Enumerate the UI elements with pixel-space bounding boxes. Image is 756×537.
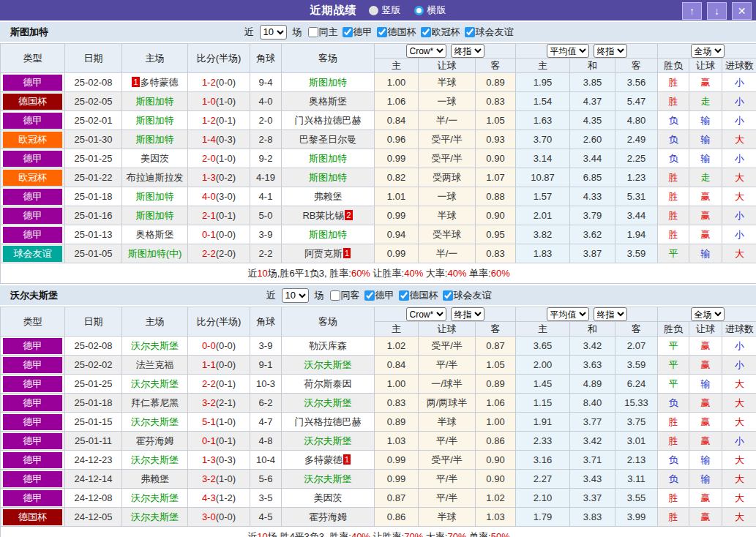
league-badge: 德甲 [3,395,62,411]
bookmaker-stage-select[interactable]: 终指 [451,307,484,321]
match-count-select[interactable]: 10 [260,25,287,40]
league-filter[interactable]: 球会友谊 [463,26,514,39]
odds-away: 0.88 [476,187,516,206]
sub-column-header: 客 [476,322,516,337]
result-handicap: 输 [689,375,722,394]
league-filter-checkbox[interactable] [377,27,387,37]
league-filter-checkbox[interactable] [399,290,409,301]
league-badge: 德甲 [3,227,62,243]
scope-select[interactable]: 全场 [691,44,725,58]
home-team: 斯图加特 [122,187,188,206]
same-venue-checkbox[interactable] [308,27,318,37]
column-header: 主场 [122,307,188,337]
odds-away: 0.90 [476,470,516,489]
league-badge: 德国杯 [3,509,62,525]
league-badge-cell: 德甲 [1,413,65,432]
team-name-text: 斯图加特 [309,77,347,88]
match-count-select[interactable]: 10 [282,288,309,303]
avg-away: 2.13 [615,451,658,470]
odds-home: 0.99 [375,244,419,263]
league-filter[interactable]: 德甲 [340,26,373,39]
filters: 近 10 场 同客 德甲 德国杯 球会友谊 [265,288,492,303]
scroll-down-button[interactable]: ↓ [707,2,727,20]
result-handicap: 赢 [689,225,722,244]
close-button[interactable]: ✕ [732,2,752,20]
result-handicap: 走 [689,168,722,187]
rank-badge: 2 [345,210,352,220]
league-filter-checkbox[interactable] [443,290,453,301]
league-filter-checkbox[interactable] [421,27,431,37]
summary-text: 近10场,胜4平3负3, 胜率:40% 让胜率:70% 大率:70% 单率:50… [1,527,756,537]
league-filter[interactable]: 德国杯 [397,289,438,302]
result-goals: 大 [722,244,756,263]
team-name-text: 沃尔夫斯堡 [131,340,179,351]
league-filter-checkbox[interactable] [364,290,375,301]
odds-home: 1.00 [375,73,419,92]
result-handicap: 赢 [689,337,722,356]
result-goals: 小 [722,337,756,356]
avg-away: 3.56 [615,73,658,92]
average-stage-select[interactable]: 终指 [594,44,627,58]
league-badge-cell: 德甲 [1,356,65,375]
same-venue-checkbox[interactable] [330,290,340,301]
scroll-up-button[interactable]: ↑ [682,2,702,20]
corner-score: 2-8 [250,130,282,149]
away-team: 荷尔斯泰因 [282,375,375,394]
odds-home: 0.99 [375,206,419,225]
league-filter[interactable]: 球会友谊 [441,289,492,302]
result-goals: 大 [722,394,756,413]
away-team: 斯图加特 [282,149,375,168]
radio-horizontal-layout[interactable]: 横版 [414,4,446,17]
league-filter[interactable]: 欧冠杯 [419,26,460,39]
result-goals: 小 [722,432,756,451]
average-select[interactable]: 平均值 [547,44,589,58]
result-goals: 大 [722,130,756,149]
bookmaker-select[interactable]: Crow* [406,307,446,321]
team-name-text: 奥格斯堡 [309,96,347,107]
average-stage-select[interactable]: 终指 [594,307,627,321]
score: 2-1(0-1) [188,206,250,225]
league-badge-cell: 德甲 [1,206,65,225]
column-header: 比分(半场) [188,307,250,337]
same-venue-filter[interactable]: 同客 [328,289,360,302]
scope-select[interactable]: 全场 [691,307,725,321]
odds-home: 1.03 [375,432,419,451]
league-filter[interactable]: 德甲 [362,289,394,302]
summary-row: 近10场,胜4平3负3, 胜率:40% 让胜率:70% 大率:70% 单率:50… [1,527,756,537]
bookmaker-stage-select[interactable]: 终指 [451,44,484,58]
result-goals: 大 [722,489,756,508]
avg-home: 1.91 [516,413,570,432]
match-row: 德甲 25-01-25 沃尔夫斯堡 2-2(0-1) 10-3 荷尔斯泰因 1.… [1,375,756,394]
score: 1-2(0-1) [188,111,250,130]
bookmaker-select[interactable]: Crow* [406,44,446,58]
result-goals: 大 [722,413,756,432]
league-filter-checkbox[interactable] [343,27,353,37]
away-team: 门兴格拉德巴赫 [282,111,375,130]
result-handicap: 赢 [689,489,722,508]
team-name-text: 荷尔斯泰因 [304,378,352,389]
team-name-text: 奥格斯堡 [136,229,174,240]
league-filter[interactable]: 德国杯 [375,26,416,39]
away-team: 沃尔夫斯堡 [282,470,375,489]
odds-home: 1.01 [375,187,419,206]
league-badge: 德甲 [3,208,62,224]
average-select[interactable]: 平均值 [547,307,589,321]
home-team: 斯图加特 [122,111,188,130]
away-team: 斯图加特 [282,225,375,244]
league-filter-checkbox[interactable] [465,27,475,37]
score: 1-1(0-0) [188,356,250,375]
corner-score: 9-4 [250,73,282,92]
sub-column-header: 胜负 [658,59,689,73]
radio-vertical-layout[interactable]: 竖版 [369,4,401,17]
match-row: 德甲 24-12-23 沃尔夫斯堡 1-3(0-3) 10-4 多特蒙德1 0.… [1,451,756,470]
match-date: 25-01-25 [65,149,122,168]
home-team: 斯图加特(中) [122,244,188,263]
header-row-groups: 类型日期主场比分(半场)角球客场 Crow*终指 平均值终指 全场 [1,307,756,322]
score: 3-2(2-1) [188,394,250,413]
team-name-text: 斯图加特 [136,210,174,221]
result-handicap: 输 [689,149,722,168]
team-name-text: 弗赖堡 [314,191,343,202]
result-goals: 小 [722,225,756,244]
same-venue-filter[interactable]: 同主 [306,26,338,39]
avg-home: 2.00 [516,356,570,375]
